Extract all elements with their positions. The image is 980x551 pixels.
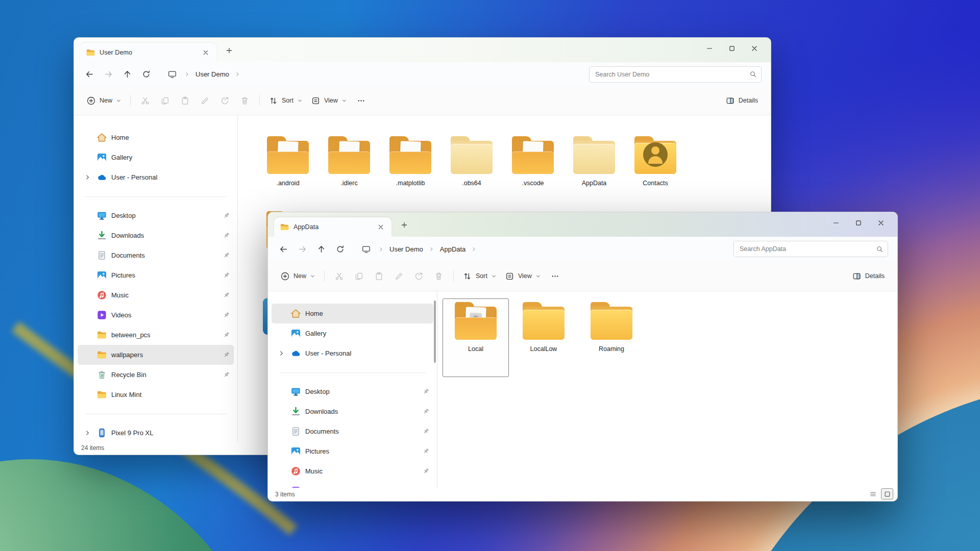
toolbar-action[interactable]: [329, 267, 349, 285]
new-tab-button[interactable]: [223, 44, 236, 57]
sidebar-item-pictures[interactable]: Pictures: [78, 265, 234, 285]
sidebar-item-videos[interactable]: Videos: [272, 481, 433, 488]
sidebar-item-music[interactable]: Music: [272, 461, 433, 481]
music-icon: [291, 466, 301, 476]
desktop-icon: [97, 211, 107, 220]
search-input[interactable]: [594, 70, 750, 79]
file-item--vscode[interactable]: .vscode: [502, 133, 564, 212]
view-button[interactable]: View: [501, 268, 545, 284]
search-input[interactable]: [739, 245, 876, 253]
sidebar-item-gallery[interactable]: Gallery: [272, 323, 433, 343]
minimize-button[interactable]: [825, 214, 847, 232]
breadcrumb-item[interactable]: User Demo: [192, 69, 232, 80]
file-item--idlerc[interactable]: .idlerc: [318, 133, 380, 212]
expand-chevron-icon[interactable]: [279, 349, 284, 358]
maximize-button[interactable]: [721, 40, 743, 57]
expand-chevron-icon[interactable]: [85, 173, 90, 182]
computer-icon[interactable]: [357, 241, 376, 258]
up-button[interactable]: [118, 66, 137, 83]
toolbar-action[interactable]: [175, 92, 195, 109]
file-item-appdata[interactable]: AppData: [564, 133, 625, 212]
details-button[interactable]: Details: [848, 268, 889, 284]
sidebar-item-home[interactable]: Home: [78, 128, 234, 147]
sidebar-item-documents[interactable]: Documents: [272, 421, 433, 441]
back-button[interactable]: [80, 66, 99, 83]
up-button[interactable]: [312, 241, 331, 258]
search-box[interactable]: [589, 66, 762, 83]
file-item--matplotlib[interactable]: .matplotlib: [380, 133, 441, 212]
sidebar-item-recycle-bin[interactable]: Recycle Bin: [78, 365, 234, 385]
breadcrumb-item[interactable]: User Demo: [386, 244, 426, 255]
tab-appdata[interactable]: AppData: [274, 217, 391, 237]
file-item--android[interactable]: .android: [257, 133, 318, 212]
details-view-toggle[interactable]: [867, 488, 879, 499]
chevron-right-icon: [185, 72, 189, 77]
toolbar-action[interactable]: [369, 267, 389, 285]
sidebar-item-documents[interactable]: Documents: [78, 245, 234, 265]
pin-icon: [223, 332, 230, 338]
sidebar-item-music[interactable]: Music: [78, 285, 234, 305]
breadcrumb-item[interactable]: AppData: [437, 244, 469, 255]
expand-chevron-icon[interactable]: [85, 429, 90, 438]
forward-button[interactable]: [293, 241, 312, 258]
icons-view-toggle[interactable]: [881, 488, 893, 499]
status-bar: 3 items: [268, 488, 897, 501]
toolbar-action[interactable]: [135, 92, 155, 109]
sidebar-item-home[interactable]: Home: [272, 304, 433, 323]
folder-icon: [508, 136, 557, 175]
sidebar-item-downloads[interactable]: Downloads: [272, 402, 433, 421]
tab-close-icon[interactable]: [200, 47, 211, 58]
new-button[interactable]: New: [82, 93, 126, 109]
sidebar-item-pixel-9-pro-xl[interactable]: Pixel 9 Pro XL: [78, 423, 234, 441]
toolbar-action[interactable]: [195, 92, 215, 109]
search-icon[interactable]: [750, 71, 756, 78]
file-item-contacts[interactable]: Contacts: [625, 133, 686, 212]
toolbar-action[interactable]: [429, 267, 449, 285]
pin-icon: [423, 448, 429, 455]
sidebar-item-between-pcs[interactable]: between_pcs: [78, 325, 234, 345]
more-button[interactable]: [351, 92, 371, 109]
sidebar-item-desktop[interactable]: Desktop: [78, 206, 234, 226]
toolbar-action[interactable]: [155, 92, 175, 109]
sidebar-item-user-personal[interactable]: User - Personal: [78, 167, 234, 187]
sidebar-item-desktop[interactable]: Desktop: [272, 382, 433, 402]
new-button[interactable]: New: [276, 268, 320, 284]
sort-button[interactable]: Sort: [264, 93, 307, 109]
sidebar-item-gallery[interactable]: Gallery: [78, 147, 234, 167]
toolbar-action[interactable]: [389, 267, 409, 285]
sidebar-item-linux-mint[interactable]: Linux Mint: [78, 385, 234, 405]
tab-close-icon[interactable]: [375, 221, 386, 233]
sidebar-item-pictures[interactable]: Pictures: [272, 441, 433, 461]
sidebar-item-videos[interactable]: Videos: [78, 305, 234, 325]
close-button[interactable]: [870, 214, 892, 232]
new-tab-button[interactable]: [398, 218, 411, 232]
sidebar-item-user-personal[interactable]: User - Personal: [272, 343, 433, 363]
sidebar-item-wallpapers[interactable]: wallpapers: [78, 345, 234, 365]
forward-button[interactable]: [99, 66, 118, 83]
file-item-roaming[interactable]: Roaming: [578, 298, 645, 377]
minimize-button[interactable]: [698, 40, 721, 57]
tab-user-demo[interactable]: User Demo: [80, 43, 216, 62]
maximize-button[interactable]: [847, 214, 870, 232]
sidebar-scrollbar-thumb[interactable]: [434, 300, 436, 363]
sidebar-item-downloads[interactable]: Downloads: [78, 226, 234, 245]
file-item-local[interactable]: Local: [443, 298, 509, 377]
view-button[interactable]: View: [307, 93, 351, 109]
toolbar-action[interactable]: [235, 92, 255, 109]
more-button[interactable]: [545, 267, 565, 285]
file-item--obs64[interactable]: .obs64: [441, 133, 502, 212]
close-button[interactable]: [743, 40, 766, 57]
details-button[interactable]: Details: [721, 93, 763, 109]
sort-button[interactable]: Sort: [458, 268, 501, 284]
toolbar-action[interactable]: [349, 267, 369, 285]
back-button[interactable]: [274, 241, 293, 258]
search-box[interactable]: [733, 241, 888, 257]
search-icon[interactable]: [876, 246, 883, 253]
toolbar-action[interactable]: [215, 92, 235, 109]
pin-icon: [423, 428, 429, 435]
computer-icon[interactable]: [163, 66, 182, 83]
refresh-button[interactable]: [331, 241, 350, 258]
file-item-locallow[interactable]: LocalLow: [510, 298, 577, 377]
refresh-button[interactable]: [137, 66, 156, 83]
toolbar-action[interactable]: [409, 267, 429, 285]
